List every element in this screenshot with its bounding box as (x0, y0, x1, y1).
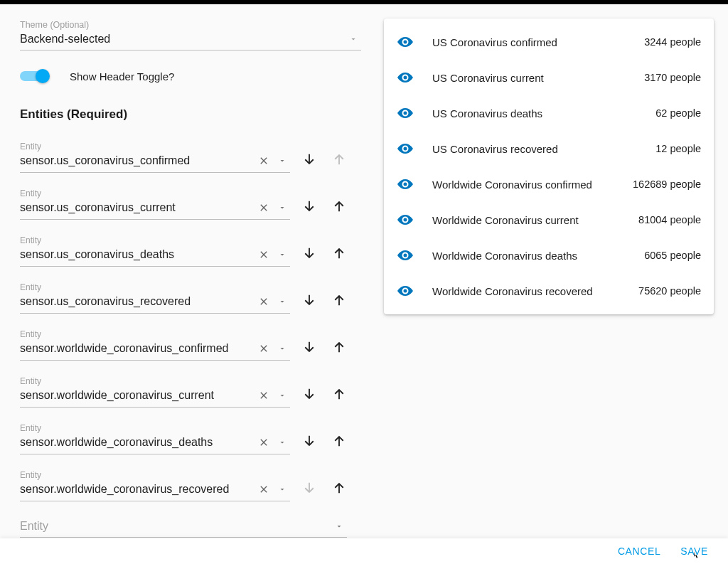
entity-field[interactable]: Entity (20, 423, 290, 454)
move-down-button[interactable] (299, 336, 320, 358)
add-entity-field[interactable]: Entity (20, 518, 347, 538)
move-up-button[interactable] (328, 336, 350, 358)
theme-field[interactable]: Theme (Optional) Backend-selected (20, 20, 361, 50)
eye-icon (397, 282, 414, 299)
entity-row: Entity (20, 188, 364, 220)
entity-row: Entity (20, 470, 364, 501)
preview-entity-row[interactable]: Worldwide Coronavirus current81004 peopl… (384, 202, 714, 238)
entity-field[interactable]: Entity (20, 188, 290, 220)
preview-entity-value: 75620 people (638, 285, 701, 297)
entity-row: Entity (20, 329, 364, 361)
entity-row: Entity (20, 376, 364, 408)
entity-input[interactable] (20, 248, 253, 261)
entity-field[interactable]: Entity (20, 470, 290, 501)
move-up-button (328, 149, 350, 170)
card-config-panel: Theme (Optional) Backend-selected Show H… (0, 4, 377, 538)
chevron-down-icon[interactable] (274, 200, 290, 216)
move-up-button[interactable] (328, 383, 350, 405)
preview-entity-row[interactable]: US Coronavirus deaths62 people (384, 95, 714, 131)
entity-field[interactable]: Entity (20, 282, 290, 314)
cancel-button[interactable]: CANCEL (608, 541, 670, 561)
chevron-down-icon[interactable] (274, 341, 290, 356)
clear-icon[interactable] (256, 153, 272, 169)
card-preview-panel: US Coronavirus confirmed3244 peopleUS Co… (377, 4, 728, 538)
preview-entity-name: US Coronavirus deaths (432, 107, 655, 119)
chevron-down-icon[interactable] (274, 153, 290, 169)
clear-icon[interactable] (256, 247, 272, 262)
entity-field[interactable]: Entity (20, 142, 290, 173)
preview-entity-name: US Coronavirus confirmed (432, 36, 644, 48)
theme-value: Backend-selected (20, 33, 343, 46)
preview-entity-row[interactable]: US Coronavirus confirmed3244 people (384, 24, 714, 60)
entity-field[interactable]: Entity (20, 329, 290, 361)
chevron-down-icon[interactable] (274, 481, 290, 497)
chevron-down-icon[interactable] (274, 247, 290, 262)
eye-icon (397, 211, 414, 228)
chevron-down-icon[interactable] (346, 31, 361, 47)
preview-entity-value: 6065 people (644, 250, 701, 261)
clear-icon[interactable] (256, 294, 272, 309)
preview-entity-value: 3244 people (644, 36, 701, 48)
preview-entity-name: US Coronavirus recovered (432, 143, 655, 155)
chevron-down-icon[interactable] (274, 435, 290, 450)
move-up-button[interactable] (328, 289, 350, 311)
entity-field[interactable]: Entity (20, 235, 290, 267)
entity-field[interactable]: Entity (20, 376, 290, 408)
preview-entity-value: 12 people (655, 143, 701, 154)
preview-entity-row[interactable]: Worldwide Coronavirus recovered75620 peo… (384, 273, 714, 309)
clear-icon[interactable] (256, 341, 272, 356)
move-down-button[interactable] (299, 196, 320, 217)
entity-input[interactable] (20, 389, 253, 402)
preview-card: US Coronavirus confirmed3244 peopleUS Co… (384, 18, 714, 314)
move-up-button[interactable] (328, 430, 350, 452)
move-down-button[interactable] (299, 383, 320, 405)
preview-entity-row[interactable]: US Coronavirus current3170 people (384, 60, 714, 95)
eye-icon (397, 69, 414, 86)
chevron-down-icon[interactable] (331, 518, 347, 534)
preview-entity-row[interactable]: Worldwide Coronavirus confirmed162689 pe… (384, 166, 714, 202)
entity-label: Entity (20, 423, 290, 433)
clear-icon[interactable] (256, 200, 272, 216)
eye-icon (397, 105, 414, 122)
entity-label: Entity (20, 188, 290, 198)
show-header-toggle-row: Show Header Toggle? (20, 69, 364, 83)
eye-icon (397, 140, 414, 157)
preview-entity-name: Worldwide Coronavirus confirmed (432, 179, 633, 191)
entity-label: Entity (20, 142, 290, 151)
preview-entity-row[interactable]: US Coronavirus recovered12 people (384, 131, 714, 166)
entity-input[interactable] (20, 436, 253, 449)
entity-label: Entity (20, 329, 290, 339)
save-button[interactable]: SAVE (670, 541, 718, 561)
entity-input[interactable] (20, 483, 253, 496)
entity-label: Entity (20, 235, 290, 245)
clear-icon[interactable] (256, 388, 272, 403)
eye-icon (397, 176, 414, 193)
add-entity-placeholder: Entity (20, 520, 328, 533)
move-up-button[interactable] (328, 243, 350, 264)
show-header-toggle[interactable] (20, 69, 47, 83)
entity-label: Entity (20, 376, 290, 386)
dialog-footer: CANCEL SAVE (0, 538, 728, 564)
entity-label: Entity (20, 282, 290, 292)
clear-icon[interactable] (256, 435, 272, 450)
entity-row: Entity (20, 235, 364, 267)
move-down-button[interactable] (299, 289, 320, 311)
preview-entity-row[interactable]: Worldwide Coronavirus deaths6065 people (384, 238, 714, 273)
move-down-button[interactable] (299, 149, 320, 170)
chevron-down-icon[interactable] (274, 388, 290, 403)
entity-input[interactable] (20, 295, 253, 308)
preview-entity-value: 62 people (655, 107, 701, 119)
eye-icon (397, 247, 414, 264)
entity-input[interactable] (20, 154, 253, 167)
entity-row: Entity (20, 142, 364, 173)
preview-entity-name: Worldwide Coronavirus deaths (432, 250, 644, 262)
move-down-button[interactable] (299, 243, 320, 264)
chevron-down-icon[interactable] (274, 294, 290, 309)
clear-icon[interactable] (256, 481, 272, 497)
entity-input[interactable] (20, 201, 253, 214)
move-up-button[interactable] (328, 477, 350, 499)
preview-entity-value: 3170 people (644, 72, 701, 83)
entity-input[interactable] (20, 342, 253, 355)
move-down-button[interactable] (299, 430, 320, 452)
move-up-button[interactable] (328, 196, 350, 217)
